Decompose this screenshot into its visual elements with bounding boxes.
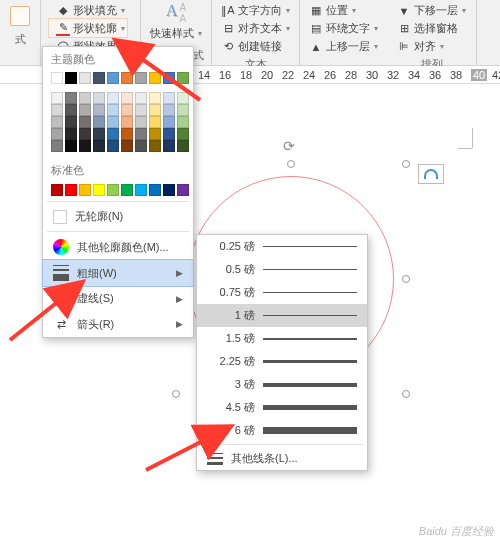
color-swatch[interactable] bbox=[121, 116, 133, 128]
more-lines-item[interactable]: 其他线条(L)... bbox=[197, 447, 367, 470]
color-swatch[interactable] bbox=[163, 116, 175, 128]
color-swatch[interactable] bbox=[51, 92, 63, 104]
color-swatch[interactable] bbox=[51, 72, 63, 84]
wordart-a-icon[interactable]: A bbox=[166, 2, 178, 24]
color-swatch[interactable] bbox=[65, 128, 77, 140]
weight-option[interactable]: 4.5 磅 bbox=[197, 396, 367, 419]
color-swatch[interactable] bbox=[79, 184, 91, 196]
color-swatch[interactable] bbox=[79, 128, 91, 140]
shape-outline-button[interactable]: ✎ 形状轮廓 ▾ bbox=[53, 20, 128, 37]
text-direction-button[interactable]: ‖A文字方向▾ bbox=[218, 2, 293, 19]
more-colors-item[interactable]: 其他轮廓颜色(M)... bbox=[43, 234, 193, 260]
color-swatch[interactable] bbox=[177, 116, 189, 128]
resize-handle[interactable] bbox=[287, 160, 295, 168]
bring-forward-button[interactable]: ▲上移一层▾ bbox=[306, 38, 381, 55]
no-outline-item[interactable]: 无轮廓(N) bbox=[43, 204, 193, 229]
weight-option[interactable]: 6 磅 bbox=[197, 419, 367, 442]
color-swatch[interactable] bbox=[177, 128, 189, 140]
color-swatch[interactable] bbox=[51, 140, 63, 152]
color-swatch[interactable] bbox=[177, 72, 189, 84]
color-swatch[interactable] bbox=[121, 92, 133, 104]
shape-fill-button[interactable]: ◆ 形状填充 ▾ bbox=[53, 2, 128, 19]
color-swatch[interactable] bbox=[135, 184, 147, 196]
create-link-button[interactable]: ⟲创建链接 bbox=[218, 38, 293, 55]
quick-styles-button[interactable]: 快速样式▾ bbox=[147, 25, 205, 42]
align-button[interactable]: ⊫对齐▾ bbox=[394, 38, 469, 55]
color-swatch[interactable] bbox=[177, 92, 189, 104]
layout-options-button[interactable] bbox=[418, 164, 444, 184]
color-swatch[interactable] bbox=[51, 184, 63, 196]
color-swatch[interactable] bbox=[51, 116, 63, 128]
color-swatch[interactable] bbox=[177, 140, 189, 152]
color-swatch[interactable] bbox=[149, 72, 161, 84]
color-swatch[interactable] bbox=[149, 140, 161, 152]
resize-handle[interactable] bbox=[402, 160, 410, 168]
color-swatch[interactable] bbox=[107, 184, 119, 196]
color-swatch[interactable] bbox=[177, 104, 189, 116]
position-button[interactable]: ▦位置▾ bbox=[306, 2, 381, 19]
color-swatch[interactable] bbox=[149, 128, 161, 140]
color-swatch[interactable] bbox=[149, 116, 161, 128]
weight-item[interactable]: 粗细(W) ▶ bbox=[42, 259, 194, 287]
color-swatch[interactable] bbox=[65, 104, 77, 116]
weight-option[interactable]: 0.25 磅 bbox=[197, 235, 367, 258]
color-swatch[interactable] bbox=[93, 140, 105, 152]
color-swatch[interactable] bbox=[93, 104, 105, 116]
color-swatch[interactable] bbox=[135, 92, 147, 104]
text-outline-icon[interactable]: A bbox=[179, 13, 186, 24]
wrap-text-button[interactable]: ▤环绕文字▾ bbox=[306, 20, 381, 37]
color-swatch[interactable] bbox=[121, 140, 133, 152]
color-swatch[interactable] bbox=[163, 140, 175, 152]
color-swatch[interactable] bbox=[93, 128, 105, 140]
color-swatch[interactable] bbox=[163, 92, 175, 104]
weight-option[interactable]: 1 磅 bbox=[197, 304, 367, 327]
color-swatch[interactable] bbox=[79, 92, 91, 104]
text-fill-icon[interactable]: A bbox=[179, 2, 186, 13]
color-swatch[interactable] bbox=[65, 92, 77, 104]
color-swatch[interactable] bbox=[135, 104, 147, 116]
weight-option[interactable]: 2.25 磅 bbox=[197, 350, 367, 373]
color-swatch[interactable] bbox=[65, 184, 77, 196]
color-swatch[interactable] bbox=[79, 140, 91, 152]
weight-option[interactable]: 0.75 磅 bbox=[197, 281, 367, 304]
send-backward-button[interactable]: ▼下移一层▾ bbox=[394, 2, 469, 19]
weight-option[interactable]: 3 磅 bbox=[197, 373, 367, 396]
color-swatch[interactable] bbox=[93, 92, 105, 104]
color-swatch[interactable] bbox=[149, 104, 161, 116]
resize-handle[interactable] bbox=[402, 275, 410, 283]
color-swatch[interactable] bbox=[163, 128, 175, 140]
color-swatch[interactable] bbox=[65, 116, 77, 128]
color-swatch[interactable] bbox=[93, 72, 105, 84]
color-swatch[interactable] bbox=[79, 104, 91, 116]
color-swatch[interactable] bbox=[121, 72, 133, 84]
color-swatch[interactable] bbox=[163, 104, 175, 116]
color-swatch[interactable] bbox=[79, 72, 91, 84]
color-swatch[interactable] bbox=[163, 72, 175, 84]
weight-option[interactable]: 1.5 磅 bbox=[197, 327, 367, 350]
color-swatch[interactable] bbox=[107, 116, 119, 128]
color-swatch[interactable] bbox=[135, 72, 147, 84]
color-swatch[interactable] bbox=[93, 116, 105, 128]
resize-handle[interactable] bbox=[172, 390, 180, 398]
rotate-handle[interactable]: ⟳ bbox=[283, 138, 299, 154]
color-swatch[interactable] bbox=[107, 104, 119, 116]
dashes-item[interactable]: 虚线(S) ▶ bbox=[43, 286, 193, 311]
color-swatch[interactable] bbox=[107, 140, 119, 152]
selection-pane-button[interactable]: ⊞选择窗格 bbox=[394, 20, 469, 37]
color-swatch[interactable] bbox=[51, 104, 63, 116]
shape-style-thumb[interactable] bbox=[10, 6, 30, 26]
color-swatch[interactable] bbox=[121, 104, 133, 116]
color-swatch[interactable] bbox=[135, 140, 147, 152]
color-swatch[interactable] bbox=[51, 128, 63, 140]
align-text-button[interactable]: ⊟对齐文本▾ bbox=[218, 20, 293, 37]
color-swatch[interactable] bbox=[121, 184, 133, 196]
color-swatch[interactable] bbox=[135, 116, 147, 128]
color-swatch[interactable] bbox=[65, 72, 77, 84]
color-swatch[interactable] bbox=[65, 140, 77, 152]
color-swatch[interactable] bbox=[79, 116, 91, 128]
weight-option[interactable]: 0.5 磅 bbox=[197, 258, 367, 281]
color-swatch[interactable] bbox=[93, 184, 105, 196]
color-swatch[interactable] bbox=[107, 72, 119, 84]
color-swatch[interactable] bbox=[177, 184, 189, 196]
color-swatch[interactable] bbox=[107, 128, 119, 140]
